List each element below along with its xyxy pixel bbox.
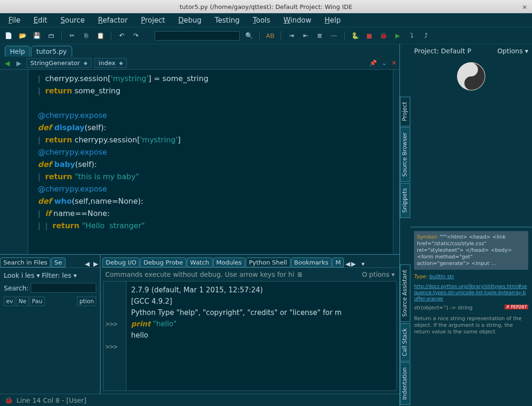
toolbar-search-input[interactable] [155,31,240,41]
vtab-indentation[interactable]: Indentation [400,362,410,405]
filter-label: Filter: [42,272,60,279]
bug-icon[interactable]: 🐞 [5,397,13,404]
indent-icon[interactable]: ⇥ [287,31,296,41]
shell-gutter: >>> >>> [104,282,126,390]
tab-menu-icon[interactable]: ▾ [361,260,365,267]
menu-file[interactable]: File [4,14,25,26]
options-button[interactable]: ption [77,297,96,306]
tab-modules[interactable]: Modules [213,257,245,267]
menu-refactor[interactable]: Refactor [93,14,133,26]
close-editor-icon[interactable]: ✕ [391,59,397,66]
menu-testing[interactable]: Testing [210,14,244,26]
search-input[interactable] [31,283,96,293]
vtab-snippets[interactable]: Snippets [400,183,410,218]
undo-icon[interactable]: ↶ [117,31,126,41]
code-editor[interactable]: | cherrypy.session['mystring'] = some_st… [0,70,399,254]
step-icon[interactable]: ⤵ [407,31,416,41]
vtab-source-browser[interactable]: Source Browser [400,127,410,182]
prev-button[interactable]: ev [4,297,15,306]
type-label: Type [414,273,426,280]
nav-forward-icon[interactable]: ▶ [15,59,24,67]
comment-icon[interactable]: ⋯ [329,31,339,41]
toolbar: 📄 📂 💾 🗃 ✂ ⎘ 📋 ↶ ↷ 🔍 AB ⇥ ⇤ ≣ ⋯ 🐍 ■ 🐞 ▶ ⤵… [0,27,532,44]
paste-icon[interactable]: 📋 [96,31,105,41]
panel-nav-right-icon[interactable]: ▶ [91,260,100,267]
code-content[interactable]: | cherrypy.session['mystring'] = some_st… [28,70,393,254]
tab-scroll-right-icon[interactable]: ▶ [351,260,356,267]
filter-dropdown[interactable]: les ▾ [62,272,77,279]
tab-search-trunc[interactable]: Se [51,257,65,267]
search-in-files-panel: Search in Files Se ◀ ▶ Look i les ▾ Filt… [0,255,100,394]
status-bar: 🐞 Line 14 Col 8 - [User] [0,394,399,406]
tab-scroll-left-icon[interactable]: ◀ [345,260,350,267]
docs-link[interactable]: http://docs.python.org/library/stdtypes.… [414,284,527,301]
look-in-label: Look i [4,272,23,279]
menu-source[interactable]: Source [56,14,90,26]
tab-debug-io[interactable]: Debug I/O [102,257,140,267]
tab-bookmarks[interactable]: Bookmarks [291,257,332,267]
shell-options[interactable]: OOptionsptions ▾ [362,271,395,278]
search-icon[interactable]: 🔍 [244,31,254,41]
editor-scrollbar[interactable] [393,70,399,254]
window-close-button[interactable]: × [522,3,527,10]
run-icon[interactable]: ▶ [393,31,402,41]
collapse-icon[interactable]: ⌄ [382,59,387,66]
vtab-call-stack[interactable]: Call Stack [400,323,410,361]
panel-nav-left-icon[interactable]: ◀ [83,260,91,267]
doc-description: Return a nice string representation of t… [414,315,528,335]
editor-nav-bar: ◀ ▶ StringGenerator◆ index◆ 📌 ⌄ ✕ [0,57,399,70]
copy-icon[interactable]: ⎘ [82,31,91,41]
project-label: Project: Default P [414,47,471,55]
stop-icon[interactable]: ■ [365,31,374,41]
tab-help[interactable]: Help [5,46,30,57]
look-in-dropdown[interactable]: les ▾ [25,272,40,279]
save-icon[interactable]: 💾 [32,31,42,41]
source-assistant-panel: Symbol: """<html> <head> <link href="/st… [410,227,532,406]
project-options[interactable]: Options ▾ [497,47,528,55]
step-out-icon[interactable]: ⤴ [421,31,431,41]
debug-icon[interactable]: 🐞 [379,31,388,41]
python-shell[interactable]: >>> >>> 2.7.9 (default, Mar 1 2015, 12:5… [103,281,397,391]
tab-debug-probe[interactable]: Debug Probe [140,257,186,267]
type-link[interactable]: builtin str [429,273,454,280]
yinyang-icon [457,62,485,91]
tab-python-shell[interactable]: Python Shell [246,257,291,267]
function-dropdown[interactable]: index◆ [94,58,127,68]
project-header: Project: Default P Options ▾ [410,44,532,58]
pause-button[interactable]: Pau [30,297,45,306]
menu-debug[interactable]: Debug [174,14,206,26]
pep-badge: ✗ PEP287 [505,305,528,309]
align-icon[interactable]: ≣ [315,31,324,41]
menu-window[interactable]: Window [279,14,316,26]
menu-project[interactable]: Project [136,14,170,26]
open-folder-icon[interactable]: 📂 [18,31,27,41]
save-all-icon[interactable]: 🗃 [46,31,56,41]
outdent-icon[interactable]: ⇤ [301,31,310,41]
shell-history-icon[interactable]: ≣ [297,271,303,278]
tab-watch[interactable]: Watch [187,257,212,267]
menubar: File Edit Source Refactor Project Debug … [0,13,532,27]
cut-icon[interactable]: ✂ [67,31,77,41]
tab-tutor5[interactable]: tutor5.py [31,46,72,57]
class-dropdown[interactable]: StringGenerator◆ [26,58,92,68]
vtab-project[interactable]: Project [400,97,410,126]
svg-point-2 [469,82,473,85]
nav-back-icon[interactable]: ◀ [3,59,12,67]
tab-search-in-files[interactable]: Search in Files [0,257,50,267]
shell-output[interactable]: 2.7.9 (default, Mar 1 2015, 12:57:24) [G… [126,282,396,390]
menu-tools[interactable]: Tools [248,14,275,26]
editor-tabs: Help tutor5.py [0,44,399,57]
shell-info: Commands execute without debug. Use arro… [105,271,294,278]
python-icon[interactable]: 🐍 [350,31,360,41]
project-tree[interactable] [410,58,532,227]
find-replace-icon[interactable]: AB [266,31,275,41]
tab-more[interactable]: M [332,257,344,267]
pin-icon[interactable]: 📌 [369,59,377,66]
svg-point-1 [469,68,473,71]
redo-icon[interactable]: ↷ [131,31,141,41]
new-file-icon[interactable]: 📄 [4,31,13,41]
menu-edit[interactable]: Edit [29,14,52,26]
vtab-source-assistant[interactable]: Source Assistant [400,265,410,322]
next-button[interactable]: Ne [16,297,28,306]
menu-help[interactable]: Help [320,14,345,26]
